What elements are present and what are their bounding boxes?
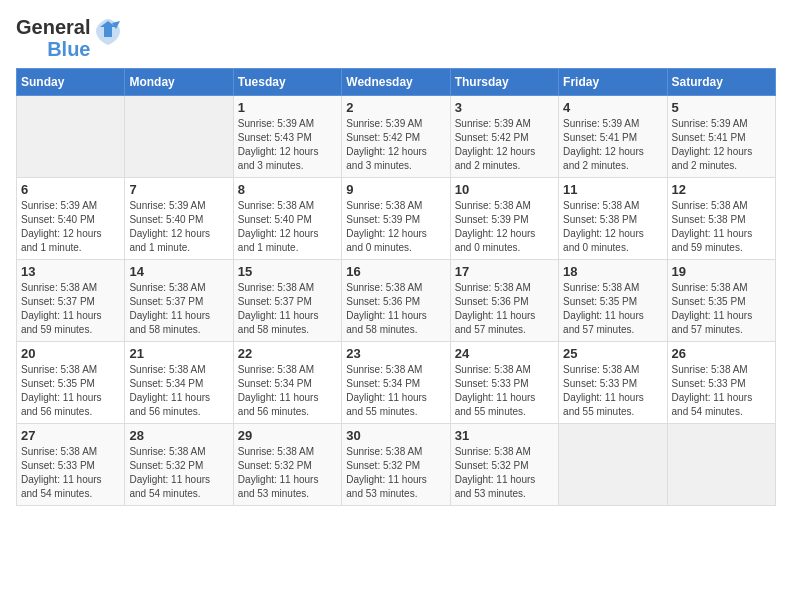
day-header-saturday: Saturday [667, 69, 775, 96]
day-info: Sunrise: 5:39 AM Sunset: 5:43 PM Dayligh… [238, 117, 337, 173]
day-info: Sunrise: 5:38 AM Sunset: 5:36 PM Dayligh… [455, 281, 554, 337]
calendar-cell: 8Sunrise: 5:38 AM Sunset: 5:40 PM Daylig… [233, 178, 341, 260]
day-number: 24 [455, 346, 554, 361]
calendar-cell: 31Sunrise: 5:38 AM Sunset: 5:32 PM Dayli… [450, 424, 558, 506]
day-number: 4 [563, 100, 662, 115]
day-info: Sunrise: 5:38 AM Sunset: 5:32 PM Dayligh… [129, 445, 228, 501]
day-info: Sunrise: 5:38 AM Sunset: 5:33 PM Dayligh… [21, 445, 120, 501]
day-number: 28 [129, 428, 228, 443]
day-number: 20 [21, 346, 120, 361]
day-number: 8 [238, 182, 337, 197]
day-number: 25 [563, 346, 662, 361]
calendar-cell: 27Sunrise: 5:38 AM Sunset: 5:33 PM Dayli… [17, 424, 125, 506]
day-info: Sunrise: 5:38 AM Sunset: 5:34 PM Dayligh… [238, 363, 337, 419]
day-number: 5 [672, 100, 771, 115]
day-info: Sunrise: 5:38 AM Sunset: 5:32 PM Dayligh… [238, 445, 337, 501]
day-info: Sunrise: 5:38 AM Sunset: 5:40 PM Dayligh… [238, 199, 337, 255]
day-info: Sunrise: 5:38 AM Sunset: 5:37 PM Dayligh… [129, 281, 228, 337]
calendar-cell: 19Sunrise: 5:38 AM Sunset: 5:35 PM Dayli… [667, 260, 775, 342]
logo: General Blue [16, 16, 122, 60]
day-number: 18 [563, 264, 662, 279]
day-number: 9 [346, 182, 445, 197]
calendar-cell: 4Sunrise: 5:39 AM Sunset: 5:41 PM Daylig… [559, 96, 667, 178]
calendar-cell: 24Sunrise: 5:38 AM Sunset: 5:33 PM Dayli… [450, 342, 558, 424]
day-header-thursday: Thursday [450, 69, 558, 96]
calendar-cell: 30Sunrise: 5:38 AM Sunset: 5:32 PM Dayli… [342, 424, 450, 506]
day-number: 26 [672, 346, 771, 361]
calendar-cell: 12Sunrise: 5:38 AM Sunset: 5:38 PM Dayli… [667, 178, 775, 260]
day-number: 14 [129, 264, 228, 279]
calendar-cell: 7Sunrise: 5:39 AM Sunset: 5:40 PM Daylig… [125, 178, 233, 260]
calendar-cell: 10Sunrise: 5:38 AM Sunset: 5:39 PM Dayli… [450, 178, 558, 260]
day-info: Sunrise: 5:38 AM Sunset: 5:37 PM Dayligh… [238, 281, 337, 337]
day-number: 19 [672, 264, 771, 279]
day-number: 10 [455, 182, 554, 197]
day-number: 3 [455, 100, 554, 115]
day-number: 29 [238, 428, 337, 443]
day-info: Sunrise: 5:39 AM Sunset: 5:40 PM Dayligh… [21, 199, 120, 255]
day-info: Sunrise: 5:38 AM Sunset: 5:38 PM Dayligh… [563, 199, 662, 255]
day-number: 12 [672, 182, 771, 197]
day-info: Sunrise: 5:38 AM Sunset: 5:35 PM Dayligh… [672, 281, 771, 337]
day-number: 13 [21, 264, 120, 279]
day-number: 2 [346, 100, 445, 115]
day-info: Sunrise: 5:38 AM Sunset: 5:32 PM Dayligh… [346, 445, 445, 501]
day-info: Sunrise: 5:39 AM Sunset: 5:40 PM Dayligh… [129, 199, 228, 255]
day-info: Sunrise: 5:39 AM Sunset: 5:41 PM Dayligh… [563, 117, 662, 173]
calendar-cell: 17Sunrise: 5:38 AM Sunset: 5:36 PM Dayli… [450, 260, 558, 342]
calendar-cell: 15Sunrise: 5:38 AM Sunset: 5:37 PM Dayli… [233, 260, 341, 342]
calendar-cell [667, 424, 775, 506]
day-info: Sunrise: 5:39 AM Sunset: 5:42 PM Dayligh… [346, 117, 445, 173]
day-number: 6 [21, 182, 120, 197]
calendar-cell: 25Sunrise: 5:38 AM Sunset: 5:33 PM Dayli… [559, 342, 667, 424]
calendar-cell [559, 424, 667, 506]
day-number: 11 [563, 182, 662, 197]
logo-blue: Blue [47, 38, 90, 60]
calendar-cell: 2Sunrise: 5:39 AM Sunset: 5:42 PM Daylig… [342, 96, 450, 178]
day-info: Sunrise: 5:38 AM Sunset: 5:35 PM Dayligh… [21, 363, 120, 419]
day-info: Sunrise: 5:38 AM Sunset: 5:33 PM Dayligh… [672, 363, 771, 419]
calendar-cell: 28Sunrise: 5:38 AM Sunset: 5:32 PM Dayli… [125, 424, 233, 506]
calendar-cell: 16Sunrise: 5:38 AM Sunset: 5:36 PM Dayli… [342, 260, 450, 342]
calendar-cell: 5Sunrise: 5:39 AM Sunset: 5:41 PM Daylig… [667, 96, 775, 178]
logo-general: General [16, 16, 90, 38]
calendar-cell: 18Sunrise: 5:38 AM Sunset: 5:35 PM Dayli… [559, 260, 667, 342]
day-header-tuesday: Tuesday [233, 69, 341, 96]
day-info: Sunrise: 5:39 AM Sunset: 5:42 PM Dayligh… [455, 117, 554, 173]
calendar-cell: 20Sunrise: 5:38 AM Sunset: 5:35 PM Dayli… [17, 342, 125, 424]
calendar-cell: 1Sunrise: 5:39 AM Sunset: 5:43 PM Daylig… [233, 96, 341, 178]
day-number: 7 [129, 182, 228, 197]
day-header-wednesday: Wednesday [342, 69, 450, 96]
calendar-cell [125, 96, 233, 178]
calendar-cell: 26Sunrise: 5:38 AM Sunset: 5:33 PM Dayli… [667, 342, 775, 424]
calendar-cell: 21Sunrise: 5:38 AM Sunset: 5:34 PM Dayli… [125, 342, 233, 424]
day-number: 1 [238, 100, 337, 115]
day-header-friday: Friday [559, 69, 667, 96]
day-info: Sunrise: 5:38 AM Sunset: 5:39 PM Dayligh… [346, 199, 445, 255]
day-number: 23 [346, 346, 445, 361]
day-header-sunday: Sunday [17, 69, 125, 96]
day-info: Sunrise: 5:38 AM Sunset: 5:32 PM Dayligh… [455, 445, 554, 501]
day-number: 16 [346, 264, 445, 279]
day-number: 22 [238, 346, 337, 361]
day-info: Sunrise: 5:38 AM Sunset: 5:37 PM Dayligh… [21, 281, 120, 337]
calendar-cell: 22Sunrise: 5:38 AM Sunset: 5:34 PM Dayli… [233, 342, 341, 424]
day-header-monday: Monday [125, 69, 233, 96]
day-info: Sunrise: 5:38 AM Sunset: 5:38 PM Dayligh… [672, 199, 771, 255]
day-info: Sunrise: 5:39 AM Sunset: 5:41 PM Dayligh… [672, 117, 771, 173]
day-info: Sunrise: 5:38 AM Sunset: 5:33 PM Dayligh… [563, 363, 662, 419]
calendar-table: SundayMondayTuesdayWednesdayThursdayFrid… [16, 68, 776, 506]
calendar-cell: 11Sunrise: 5:38 AM Sunset: 5:38 PM Dayli… [559, 178, 667, 260]
day-number: 17 [455, 264, 554, 279]
day-number: 21 [129, 346, 228, 361]
day-number: 30 [346, 428, 445, 443]
calendar-cell: 6Sunrise: 5:39 AM Sunset: 5:40 PM Daylig… [17, 178, 125, 260]
day-info: Sunrise: 5:38 AM Sunset: 5:36 PM Dayligh… [346, 281, 445, 337]
day-number: 27 [21, 428, 120, 443]
calendar-cell: 13Sunrise: 5:38 AM Sunset: 5:37 PM Dayli… [17, 260, 125, 342]
day-info: Sunrise: 5:38 AM Sunset: 5:39 PM Dayligh… [455, 199, 554, 255]
calendar-cell: 23Sunrise: 5:38 AM Sunset: 5:34 PM Dayli… [342, 342, 450, 424]
day-info: Sunrise: 5:38 AM Sunset: 5:33 PM Dayligh… [455, 363, 554, 419]
calendar-cell: 3Sunrise: 5:39 AM Sunset: 5:42 PM Daylig… [450, 96, 558, 178]
day-number: 15 [238, 264, 337, 279]
